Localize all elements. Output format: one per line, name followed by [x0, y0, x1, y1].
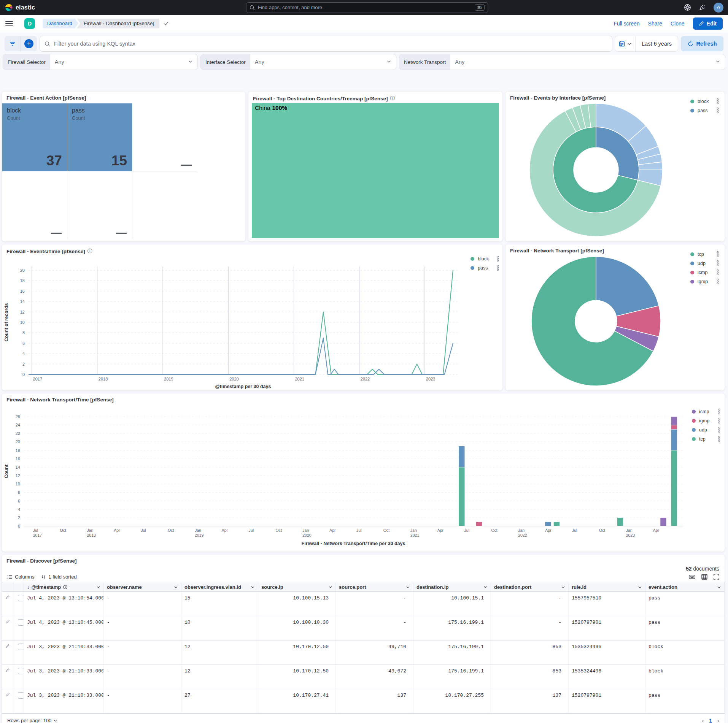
share-button[interactable]: Share [648, 21, 662, 27]
legend-options-icon[interactable] [716, 108, 719, 113]
menu-icon[interactable] [5, 21, 13, 26]
elastic-logo[interactable]: elastic [5, 3, 35, 12]
bar-segment-tcp[interactable] [459, 467, 465, 526]
legend-item-udp[interactable]: udp [692, 427, 721, 433]
bar-segment-udp[interactable] [459, 446, 465, 467]
global-search[interactable]: ⌘/ [246, 2, 488, 13]
page-1-button[interactable]: 1 [709, 718, 712, 723]
fullscreen-icon[interactable] [714, 574, 719, 580]
legend-item-tcp[interactable]: tcp [690, 251, 719, 257]
bar-segment-igmp[interactable] [476, 522, 482, 526]
global-search-input[interactable] [258, 5, 472, 10]
legend-item-udp[interactable]: udp [690, 260, 719, 266]
panel-title[interactable]: Firewall - Discover [pfSense] [2, 555, 725, 565]
rows-per-page-button[interactable]: Rows per page: 100 [7, 718, 57, 723]
legend-options-icon[interactable] [718, 436, 721, 442]
legend-item-icmp[interactable]: icmp [692, 409, 721, 414]
column-header-observer.ingress.vlan.id[interactable]: observer.ingress.vlan.id [181, 582, 258, 591]
panel-title[interactable]: Firewall - Events/Time [pfSense]ⓘ [2, 244, 502, 256]
user-avatar[interactable]: e [714, 3, 723, 13]
metric-tile-empty-2[interactable] [132, 103, 197, 171]
line-series-pass[interactable] [29, 338, 453, 374]
metric-tile-block[interactable]: blockCount37 [2, 103, 67, 171]
legend-options-icon[interactable] [718, 409, 721, 414]
bar-segment-udp[interactable] [671, 429, 677, 450]
network-transport-selector[interactable]: Network Transport Any [399, 54, 725, 70]
panel-title[interactable]: Firewall - Top Destination Countries/Tre… [248, 92, 502, 103]
transport-time-bar-chart[interactable]: 02468101214161820222426Jul2017OctJan2018… [2, 404, 725, 550]
row-checkbox[interactable] [18, 619, 24, 626]
legend-options-icon[interactable] [496, 265, 499, 271]
column-header-rule.id[interactable]: rule.id [569, 582, 645, 591]
column-header-event.action[interactable]: event.action [645, 582, 725, 591]
metric-tile-empty-4[interactable] [67, 171, 132, 239]
legend-options-icon[interactable] [496, 256, 499, 262]
column-header-source.ip[interactable]: source.ip [258, 582, 336, 591]
full-screen-button[interactable]: Full screen [614, 21, 639, 27]
legend-item-pass[interactable]: pass [470, 265, 499, 271]
expand-row-button[interactable] [2, 616, 13, 640]
kql-search-bar[interactable] [40, 36, 612, 51]
legend-options-icon[interactable] [716, 279, 719, 284]
column-header-destination.ip[interactable]: destination.ip [413, 582, 491, 591]
expand-row-button[interactable] [2, 592, 13, 616]
legend-options-icon[interactable] [718, 427, 721, 433]
bar-segment-icmp[interactable] [660, 518, 666, 526]
legend-item-pass[interactable]: pass [690, 108, 719, 113]
info-icon[interactable]: ⓘ [390, 95, 395, 102]
expand-row-button[interactable] [2, 641, 13, 664]
treemap-rect-china[interactable]: China100% [252, 103, 499, 238]
edit-button[interactable]: Edit [693, 17, 723, 30]
expand-row-button[interactable] [2, 689, 13, 713]
panel-title[interactable]: Firewall - Event Action [pfSense] [2, 92, 245, 102]
metric-tile-pass[interactable]: passCount15 [67, 103, 132, 171]
time-range-value[interactable]: Last 6 years [636, 41, 678, 47]
column-header-destination.port[interactable]: destination.port [491, 582, 569, 591]
legend-item-tcp[interactable]: tcp [692, 436, 721, 442]
bar-segment-icmp[interactable] [671, 417, 677, 425]
bar-segment-tcp[interactable] [617, 518, 623, 526]
legend-item-block[interactable]: block [470, 256, 499, 262]
legend-item-block[interactable]: block [690, 98, 719, 104]
add-filter-button[interactable]: + [21, 36, 37, 51]
date-picker-calendar-button[interactable] [615, 36, 636, 51]
events-by-interface-donut[interactable] [505, 102, 725, 238]
saved-check-icon[interactable] [163, 21, 169, 26]
column-header-source.port[interactable]: source.port [336, 582, 413, 591]
legend-item-icmp[interactable]: icmp [690, 270, 719, 275]
interface-selector[interactable]: Interface Selector Any [201, 54, 396, 70]
keyboard-shortcuts-icon[interactable] [689, 574, 695, 580]
refresh-button[interactable]: Refresh [681, 36, 723, 51]
panel-title[interactable]: Firewall - Network Transport/Time [pfSen… [2, 393, 725, 404]
expand-row-button[interactable] [2, 665, 13, 689]
bar-segment-tcp[interactable] [553, 522, 560, 526]
clone-button[interactable]: Clone [671, 21, 685, 27]
bar-segment-tcp[interactable] [671, 450, 677, 526]
dashboard-app-badge[interactable]: D [24, 18, 35, 29]
kql-input[interactable] [54, 41, 607, 47]
legend-options-icon[interactable] [716, 270, 719, 275]
next-page-button[interactable]: › [717, 717, 719, 723]
help-icon[interactable] [684, 4, 691, 11]
row-checkbox[interactable] [18, 644, 24, 650]
legend-options-icon[interactable] [716, 260, 719, 266]
breadcrumb-dashboard[interactable]: Dashboard [43, 19, 78, 29]
columns-button[interactable]: Columns [7, 574, 34, 580]
sort-fields-button[interactable]: 1 field sorted [41, 574, 76, 580]
column-header-observer.name[interactable]: observer.name [104, 582, 181, 591]
column-header-@timestamp[interactable]: ↓@timestamp [24, 582, 104, 591]
saved-filters-icon[interactable] [5, 36, 21, 51]
legend-options-icon[interactable] [718, 418, 721, 423]
news-icon[interactable] [699, 4, 706, 11]
legend-options-icon[interactable] [716, 98, 719, 104]
firewall-selector[interactable]: Firewall Selector Any [3, 54, 197, 70]
info-icon[interactable]: ⓘ [87, 248, 92, 255]
bar-segment-udp[interactable] [545, 522, 551, 526]
legend-options-icon[interactable] [716, 251, 719, 257]
metric-tile-empty-3[interactable] [2, 171, 67, 239]
legend-item-igmp[interactable]: igmp [690, 279, 719, 284]
row-checkbox[interactable] [18, 668, 24, 674]
events-time-line-chart[interactable]: 0246810121416182020172018201920202021202… [2, 256, 502, 390]
donut-slice-udp[interactable] [596, 257, 659, 316]
row-checkbox[interactable] [18, 595, 24, 601]
